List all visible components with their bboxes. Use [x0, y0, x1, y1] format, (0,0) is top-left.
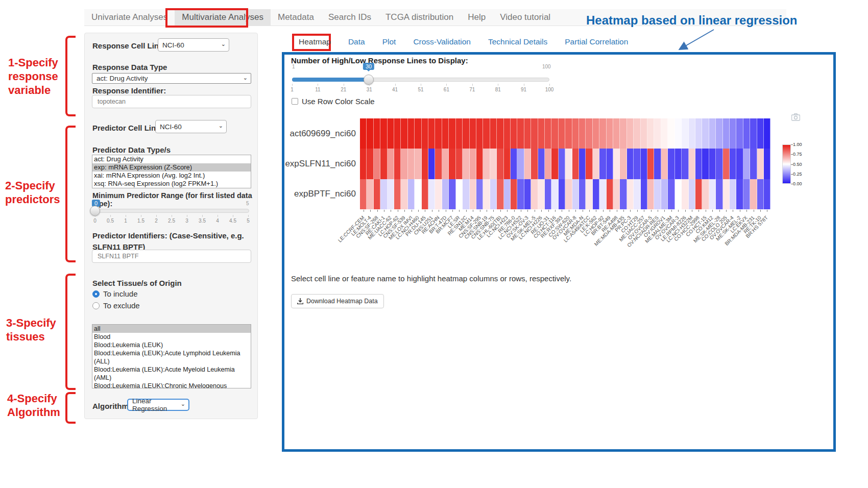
heatmap-cell[interactable]: [511, 149, 517, 179]
tissue-option[interactable]: Blood:Leukemia (LEUK):Acute Myeloid Leuk…: [92, 365, 251, 382]
heatmap-cell[interactable]: [422, 118, 428, 149]
heatmap-cell[interactable]: [654, 149, 661, 179]
heatmap-cell[interactable]: [565, 179, 572, 209]
heatmap-cell[interactable]: [613, 149, 620, 179]
heatmap-cell[interactable]: [401, 179, 407, 209]
heatmap-cell[interactable]: [524, 149, 531, 179]
response-cell-line-set-select[interactable]: NCI-60 ⌄: [158, 38, 229, 52]
heatmap-cell[interactable]: [442, 179, 449, 209]
heatmap-cell[interactable]: [435, 118, 442, 149]
heatmap-cell[interactable]: [723, 149, 730, 179]
heatmap-cell[interactable]: [757, 179, 764, 209]
heatmap-cell[interactable]: [374, 118, 380, 149]
heatmap-cell[interactable]: [538, 179, 545, 209]
heatmap-cell[interactable]: [367, 118, 373, 149]
heatmap-cell[interactable]: [476, 149, 483, 179]
heatmap-cell[interactable]: [695, 149, 702, 179]
heatmap-cell[interactable]: [551, 149, 558, 179]
heatmap-cell[interactable]: [607, 179, 613, 209]
heatmap-cell[interactable]: [374, 149, 380, 179]
heatmap-cell[interactable]: [709, 118, 716, 149]
heatmap-cell[interactable]: [360, 149, 367, 179]
heatmap-cell[interactable]: [716, 118, 722, 149]
heatmap-cell[interactable]: [545, 118, 551, 149]
heatmap-cell[interactable]: [476, 179, 483, 209]
heatmap-cell[interactable]: [634, 179, 640, 209]
heatmap-cell[interactable]: [764, 149, 770, 179]
heatmap-cell[interactable]: [415, 118, 421, 149]
predictor-data-types-listbox[interactable]: act: Drug Activityexp: mRNA Expression (…: [92, 155, 251, 188]
heatmap-cell[interactable]: [483, 179, 490, 209]
min-range-handle[interactable]: [90, 206, 100, 216]
heatmap-cell[interactable]: [750, 179, 757, 209]
predictor-data-type-option[interactable]: exp: mRNA Expression (Z-Score): [92, 163, 251, 172]
tissue-option[interactable]: Blood:Leukemia (LEUK): [92, 341, 251, 349]
heatmap-cell[interactable]: [463, 118, 469, 149]
heatmap-cell[interactable]: [374, 179, 380, 209]
heatmap-cell[interactable]: [736, 118, 743, 149]
heatmap-cell[interactable]: [668, 179, 674, 209]
heatmap-cell[interactable]: [531, 179, 538, 209]
heatmap-cell[interactable]: [654, 118, 661, 149]
heatmap-cell[interactable]: [456, 118, 463, 149]
heatmap-cell[interactable]: [565, 118, 572, 149]
heatmap-cell[interactable]: [579, 149, 586, 179]
lines-slider-handle[interactable]: [364, 75, 374, 85]
heatmap-cell[interactable]: [599, 149, 606, 179]
heatmap-row-label[interactable]: expBPTF_nci60: [269, 189, 356, 199]
tab-heatmap[interactable]: Heatmap: [298, 36, 332, 48]
heatmap-cell[interactable]: [435, 179, 442, 209]
heatmap-cell[interactable]: [572, 179, 579, 209]
heatmap-row-label[interactable]: expSLFN11_nci60: [269, 159, 356, 169]
tissue-option[interactable]: Blood:Leukemia (LEUK):Acute Lymphoid Leu…: [92, 349, 251, 365]
nav-item-video-tutorial[interactable]: Video tutorial: [493, 9, 558, 26]
heatmap-cell[interactable]: [456, 149, 463, 179]
heatmap-cell[interactable]: [647, 118, 654, 149]
nav-item-univariate-analyses[interactable]: Univariate Analyses: [84, 9, 175, 26]
heatmap-cell[interactable]: [504, 149, 511, 179]
heatmap-cell[interactable]: [764, 179, 770, 209]
download-heatmap-button[interactable]: Download Heatmap Data: [291, 294, 384, 308]
heatmap-cell[interactable]: [641, 179, 647, 209]
nav-item-multivariate-analyses[interactable]: Multivariate Analyses: [175, 9, 271, 26]
heatmap-cell[interactable]: [428, 149, 435, 179]
heatmap-cell[interactable]: [449, 179, 455, 209]
heatmap-cell[interactable]: [401, 149, 407, 179]
heatmap-cell[interactable]: [593, 179, 599, 209]
heatmap-cell[interactable]: [607, 118, 613, 149]
heatmap-cell[interactable]: [490, 149, 497, 179]
heatmap-cell[interactable]: [415, 149, 421, 179]
heatmap-cell[interactable]: [572, 149, 579, 179]
predictor-data-type-option[interactable]: act: Drug Activity: [92, 155, 251, 163]
heatmap-cell[interactable]: [607, 149, 613, 179]
heatmap-cell[interactable]: [517, 179, 524, 209]
nav-item-metadata[interactable]: Metadata: [271, 9, 321, 26]
heatmap-cell[interactable]: [565, 149, 572, 179]
heatmap-cell[interactable]: [730, 118, 736, 149]
heatmap-cell[interactable]: [504, 179, 511, 209]
heatmap-cell[interactable]: [490, 179, 497, 209]
heatmap-cell[interactable]: [668, 149, 674, 179]
heatmap-cell[interactable]: [367, 149, 373, 179]
heatmap-cell[interactable]: [428, 118, 435, 149]
heatmap-cell[interactable]: [675, 118, 682, 149]
heatmap-row-label[interactable]: act609699_nci60: [269, 129, 356, 139]
heatmap-cell[interactable]: [360, 118, 367, 149]
heatmap-cell[interactable]: [538, 118, 545, 149]
heatmap-cell[interactable]: [483, 118, 490, 149]
tab-plot[interactable]: Plot: [381, 36, 397, 48]
heatmap-cell[interactable]: [511, 179, 517, 209]
heatmap-cell[interactable]: [388, 118, 394, 149]
heatmap-cell[interactable]: [483, 149, 490, 179]
heatmap-cell[interactable]: [730, 179, 736, 209]
heatmap-cell[interactable]: [661, 149, 668, 179]
heatmap-cell[interactable]: [517, 149, 524, 179]
heatmap-cell[interactable]: [579, 179, 586, 209]
heatmap-cell[interactable]: [586, 118, 592, 149]
heatmap-cell[interactable]: [620, 149, 626, 179]
heatmap-cell[interactable]: [620, 179, 626, 209]
heatmap-cell[interactable]: [531, 118, 538, 149]
heatmap-cell[interactable]: [750, 149, 757, 179]
heatmap-cell[interactable]: [586, 179, 592, 209]
heatmap-cell[interactable]: [551, 118, 558, 149]
